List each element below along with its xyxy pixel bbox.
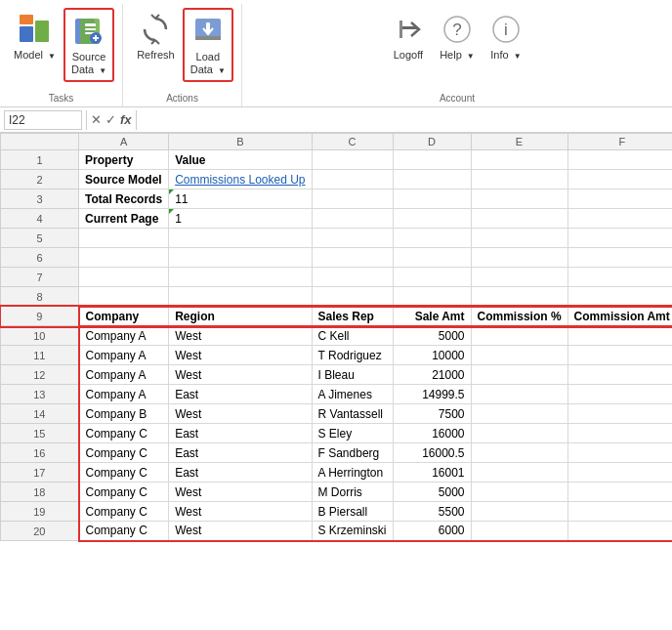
row-num-8: 8 bbox=[1, 287, 79, 307]
info-button[interactable]: i Info ▼ bbox=[483, 8, 529, 65]
ribbon-group-tasks: Model ▼ SourceData ▼ bbox=[0, 4, 123, 106]
cell-c2[interactable] bbox=[312, 170, 393, 189]
cell-f1[interactable] bbox=[567, 150, 672, 170]
fx-icon[interactable]: fx bbox=[120, 112, 132, 127]
cell-a4[interactable]: Current Page bbox=[79, 209, 169, 229]
cell-c1[interactable] bbox=[312, 150, 393, 170]
cell-a3[interactable]: Total Records bbox=[79, 189, 169, 209]
cell-d1[interactable] bbox=[393, 150, 471, 170]
load-data-button[interactable]: LoadData ▼ bbox=[183, 8, 233, 82]
formula-input[interactable] bbox=[141, 113, 668, 127]
svg-text:i: i bbox=[504, 21, 508, 39]
cell-e1[interactable] bbox=[471, 150, 567, 170]
svg-rect-5 bbox=[85, 23, 96, 26]
svg-rect-0 bbox=[20, 26, 33, 42]
cell-a5[interactable] bbox=[79, 229, 169, 248]
col-header-d[interactable]: D bbox=[393, 134, 471, 150]
table-row: 14 Company B West R Vantassell 7500 bbox=[1, 404, 673, 424]
cell-e2[interactable] bbox=[471, 170, 567, 189]
row-num-7: 7 bbox=[1, 268, 79, 287]
cell-e9[interactable]: Commission % bbox=[471, 307, 567, 326]
spreadsheet: A B C D E F 1 Property Value 2 S bbox=[0, 133, 672, 542]
row-num-4: 4 bbox=[1, 209, 79, 229]
row-num-3: 3 bbox=[1, 189, 79, 209]
svg-rect-12 bbox=[195, 36, 221, 40]
table-row: 15 Company C East S Eley 16000 bbox=[1, 424, 673, 443]
cell-b3[interactable]: 11 bbox=[169, 189, 312, 209]
logoff-label: Logoff bbox=[394, 49, 423, 62]
account-buttons: Logoff ? Help ▼ i bbox=[385, 8, 529, 91]
col-header-b[interactable]: B bbox=[169, 134, 312, 150]
source-data-icon bbox=[71, 14, 106, 49]
row-num-1: 1 bbox=[1, 150, 79, 170]
help-label: Help ▼ bbox=[440, 49, 475, 62]
svg-text:?: ? bbox=[452, 21, 461, 39]
cell-d2[interactable] bbox=[393, 170, 471, 189]
table-row: 11 Company A West T Rodriguez 10000 bbox=[1, 346, 673, 365]
account-group-label: Account bbox=[440, 91, 475, 106]
table-row: 2 Source Model Commissions Looked Up bbox=[1, 170, 673, 189]
cell-d4[interactable] bbox=[393, 209, 471, 229]
source-data-button[interactable]: SourceData ▼ bbox=[63, 8, 114, 82]
refresh-label: Refresh bbox=[137, 49, 175, 62]
svg-rect-1 bbox=[35, 21, 49, 42]
model-button[interactable]: Model ▼ bbox=[8, 8, 62, 65]
cell-f3[interactable] bbox=[567, 189, 672, 209]
refresh-icon bbox=[138, 12, 173, 47]
data-header-row: 9 Company Region Sales Rep Sale Amt Comm… bbox=[1, 307, 673, 326]
col-header-c[interactable]: C bbox=[312, 134, 393, 150]
formula-bar: ✕ ✓ fx bbox=[0, 107, 672, 133]
svg-rect-6 bbox=[85, 28, 96, 30]
cell-b4[interactable]: 1 bbox=[169, 209, 312, 229]
cancel-formula-icon[interactable]: ✕ bbox=[91, 112, 102, 127]
column-headers: A B C D E F bbox=[1, 134, 673, 150]
cell-a1[interactable]: Property bbox=[79, 150, 169, 170]
cell-a9[interactable]: Company bbox=[79, 307, 169, 326]
cell-f4[interactable] bbox=[567, 209, 672, 229]
cell-f9[interactable]: Commission Amt bbox=[567, 307, 672, 326]
load-data-icon bbox=[190, 14, 226, 49]
table-row: 16 Company C East F Sandberg 16000.5 bbox=[1, 443, 673, 463]
refresh-button[interactable]: Refresh bbox=[131, 8, 181, 65]
load-data-label: LoadData ▼ bbox=[190, 51, 226, 76]
row-num-9: 9 bbox=[1, 307, 79, 326]
help-button[interactable]: ? Help ▼ bbox=[434, 8, 481, 65]
cell-b2[interactable]: Commissions Looked Up bbox=[169, 170, 312, 189]
cell-e4[interactable] bbox=[471, 209, 567, 229]
confirm-formula-icon[interactable]: ✓ bbox=[105, 112, 116, 127]
cell-c3[interactable] bbox=[312, 189, 393, 209]
table-row: 20 Company C West S Krzeminski 6000 bbox=[1, 522, 673, 541]
col-header-a[interactable]: A bbox=[79, 134, 169, 150]
name-box[interactable] bbox=[4, 110, 82, 130]
ribbon: Model ▼ SourceData ▼ bbox=[0, 0, 672, 107]
cell-b9[interactable]: Region bbox=[169, 307, 312, 326]
logoff-button[interactable]: Logoff bbox=[385, 8, 432, 65]
row-num-5: 5 bbox=[1, 229, 79, 248]
cell-e3[interactable] bbox=[471, 189, 567, 209]
table-row: 17 Company C East A Herrington 16001 bbox=[1, 463, 673, 483]
table-row: 19 Company C West B Piersall 5500 bbox=[1, 502, 673, 522]
formula-icons: ✕ ✓ fx bbox=[91, 112, 132, 127]
model-icon bbox=[17, 12, 52, 47]
cell-b1[interactable]: Value bbox=[169, 150, 312, 170]
svg-rect-13 bbox=[206, 22, 210, 34]
col-header-e[interactable]: E bbox=[471, 134, 567, 150]
actions-group-label: Actions bbox=[166, 91, 198, 106]
table-row: 7 bbox=[1, 268, 673, 287]
col-header-f[interactable]: F bbox=[567, 134, 672, 150]
table-row: 13 Company A East A Jimenes 14999.5 bbox=[1, 385, 673, 404]
cell-d3[interactable] bbox=[393, 189, 471, 209]
formula-divider bbox=[86, 110, 87, 130]
table-row: 5 bbox=[1, 229, 673, 248]
cell-a2[interactable]: Source Model bbox=[79, 170, 169, 189]
cell-d9[interactable]: Sale Amt bbox=[393, 307, 471, 326]
tasks-group-label: Tasks bbox=[49, 91, 74, 106]
info-icon: i bbox=[488, 12, 524, 47]
cell-c4[interactable] bbox=[312, 209, 393, 229]
cell-c9[interactable]: Sales Rep bbox=[312, 307, 393, 326]
cell-f2[interactable] bbox=[567, 170, 672, 189]
table-row: 1 Property Value bbox=[1, 150, 673, 170]
help-icon: ? bbox=[440, 12, 475, 47]
source-data-label: SourceData ▼ bbox=[71, 51, 106, 76]
table-row: 6 bbox=[1, 248, 673, 268]
